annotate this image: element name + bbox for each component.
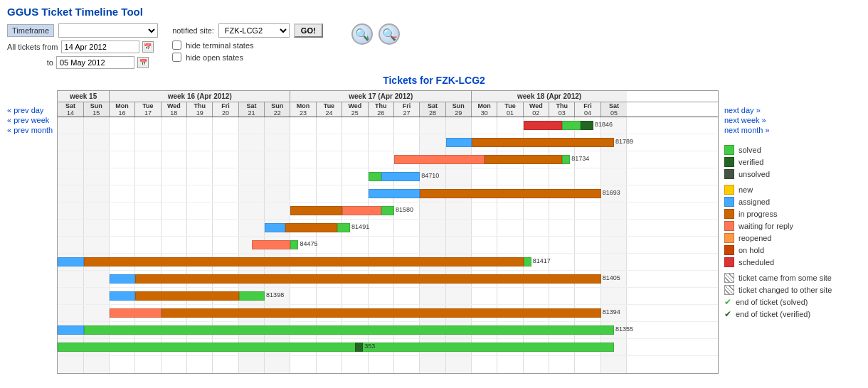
- day-header-16: Mon30: [472, 102, 497, 117]
- from-date-input[interactable]: [61, 41, 139, 53]
- legend-end-solved: ✔ end of ticket (solved): [724, 297, 861, 307]
- day-header-2: Mon16: [110, 102, 135, 117]
- week-15-header: week 15: [58, 91, 110, 102]
- ticket-bar: [472, 138, 614, 147]
- prev-week-link[interactable]: « prev week: [7, 116, 53, 124]
- ticket-id-label: 81580: [396, 206, 413, 213]
- next-week-link[interactable]: next week »: [724, 116, 861, 124]
- header: GGUS Ticket Timeline Tool: [0, 0, 868, 21]
- legend-scheduled: scheduled: [724, 257, 861, 267]
- ticket-bar: [355, 343, 363, 352]
- ticket-id-label: 81491: [351, 223, 369, 230]
- legend-to-site: ticket changed to other site: [724, 285, 861, 295]
- hide-open-row: hide open states: [172, 53, 322, 62]
- ticket-row: 81355: [58, 322, 718, 339]
- end-verified-label: end of ticket (verified): [736, 310, 810, 318]
- ticket-id-label: 81417: [533, 257, 551, 264]
- hide-terminal-row: hide terminal states: [172, 41, 322, 50]
- ticket-id-label: 84710: [421, 172, 439, 179]
- notified-site-label: notified site:: [172, 26, 214, 35]
- scheduled-label: scheduled: [739, 258, 774, 266]
- ticket-bar: [265, 223, 285, 232]
- legend-solved: solved: [724, 145, 861, 155]
- unsolved-color-box: [724, 169, 734, 179]
- ticket-bar: [58, 257, 83, 266]
- go-button[interactable]: GO!: [294, 23, 323, 38]
- ticket-id-label: 81355: [615, 325, 633, 333]
- prev-month-link[interactable]: « prev month: [7, 126, 53, 134]
- day-header-11: Wed25: [342, 102, 368, 117]
- legend-resolved-group: solved verified unsolved: [724, 145, 861, 179]
- ticket-id-label: 81398: [266, 291, 284, 298]
- ticket-row: 81405: [58, 271, 718, 288]
- ticket-row: 81398: [58, 288, 718, 305]
- ticket-bar: [381, 172, 420, 181]
- page-title: GGUS Ticket Timeline Tool: [7, 6, 861, 18]
- end-verified-icon: ✔: [724, 309, 731, 319]
- ticket-id-label: 81394: [603, 308, 620, 316]
- on-hold-label: on hold: [739, 246, 764, 254]
- day-header-18: Wed02: [524, 102, 549, 117]
- to-calendar-icon[interactable]: 📅: [137, 57, 149, 68]
- legend-verified: verified: [724, 157, 861, 167]
- end-solved-label: end of ticket (solved): [736, 298, 808, 306]
- ticket-bar: [420, 189, 601, 198]
- zoom-controls: 🔍 🔍: [351, 23, 400, 45]
- day-header-13: Fri27: [394, 102, 420, 117]
- solved-color-box: [724, 145, 734, 155]
- ticket-bar: [110, 308, 162, 318]
- day-header-0: Sat14: [58, 102, 83, 117]
- to-site-pattern: [724, 285, 734, 295]
- in-progress-color-box: [724, 209, 734, 219]
- zoom-out-button[interactable]: 🔍: [379, 23, 400, 45]
- on-hold-color-box: [724, 245, 734, 255]
- hide-open-label: hide open states: [186, 53, 243, 62]
- legend-marker-group: ticket came from some site ticket change…: [724, 273, 861, 319]
- scheduled-color-box: [724, 257, 734, 267]
- from-date-row: All tickets from 📅: [7, 41, 158, 53]
- site-select[interactable]: FZK-LCG2: [218, 23, 290, 38]
- prev-day-link[interactable]: « prev day: [7, 106, 53, 114]
- timeframe-select[interactable]: last week this week next week: [58, 23, 158, 38]
- ticket-bar: [162, 308, 601, 318]
- day-headers: Sat14Sun15Mon16Tue17Wed18Thu19Fri20Sat21…: [58, 102, 718, 117]
- control-right: notified site: FZK-LCG2 GO! hide termina…: [172, 23, 322, 62]
- hide-open-checkbox[interactable]: [172, 53, 181, 62]
- to-date-input[interactable]: [56, 56, 134, 69]
- ticket-bar: [524, 121, 563, 130]
- legend-from-site: ticket came from some site: [724, 273, 861, 283]
- zoom-in-button[interactable]: 🔍: [351, 23, 373, 45]
- next-day-link[interactable]: next day »: [724, 106, 861, 114]
- ticket-bar: [369, 172, 381, 181]
- waiting-label: waiting for reply: [739, 222, 793, 230]
- reopened-label: reopened: [739, 234, 772, 242]
- day-header-20: Fri04: [575, 102, 600, 117]
- timeline-area: « prev day « prev week « prev month week…: [0, 90, 868, 374]
- from-calendar-icon[interactable]: 📅: [142, 41, 154, 53]
- controls: Timeframe last week this week next week …: [0, 21, 868, 72]
- day-header-4: Wed18: [162, 102, 187, 117]
- ticket-row: 81394: [58, 305, 718, 322]
- ticket-id-label: 81789: [615, 138, 633, 145]
- timeframe-label: Timeframe: [7, 24, 54, 37]
- day-header-14: Sat28: [420, 102, 445, 117]
- control-left: Timeframe last week this week next week …: [7, 23, 158, 69]
- next-month-link[interactable]: next month »: [724, 126, 861, 134]
- ticket-bar: [110, 274, 135, 284]
- ticket-row: 81789: [58, 134, 718, 151]
- ticket-bar: [381, 206, 394, 215]
- legend-assigned: assigned: [724, 197, 861, 207]
- right-nav-links: next day » next week » next month »: [724, 90, 861, 134]
- ticket-id-label: 81693: [603, 189, 620, 196]
- ticket-bar: [252, 240, 291, 249]
- from-site-label: ticket came from some site: [739, 274, 832, 282]
- day-header-21: Sat05: [601, 102, 627, 117]
- legend-end-verified: ✔ end of ticket (verified): [724, 309, 861, 319]
- hide-terminal-checkbox[interactable]: [172, 41, 181, 50]
- left-nav: « prev day « prev week « prev month: [7, 90, 57, 374]
- day-header-3: Tue17: [135, 102, 161, 117]
- ticket-id-label: 84475: [300, 240, 317, 247]
- ticket-bar: [290, 206, 342, 215]
- ticket-row: 84710: [58, 168, 718, 185]
- verified-label: verified: [739, 158, 763, 166]
